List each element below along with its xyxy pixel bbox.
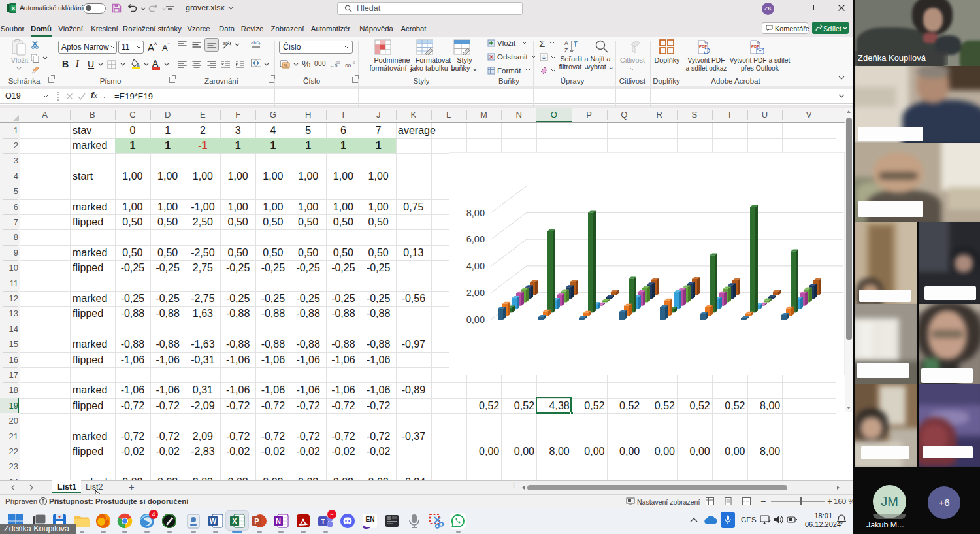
svg-text:8,00: 8,00: [466, 208, 485, 218]
svg-text:4,00: 4,00: [466, 261, 485, 271]
svg-text:A: A: [564, 40, 568, 46]
svg-text:%: %: [284, 63, 287, 68]
svg-text:W: W: [210, 517, 217, 525]
svg-text:PDF: PDF: [751, 44, 759, 48]
svg-text:.00: .00: [335, 61, 340, 65]
svg-text:N: N: [276, 517, 281, 525]
svg-text:0,00: 0,00: [466, 314, 485, 325]
svg-text:X: X: [232, 517, 237, 525]
svg-text:Z: Z: [564, 47, 568, 54]
svg-text:T: T: [321, 518, 325, 526]
svg-text:EN: EN: [366, 516, 375, 523]
svg-text:6,00: 6,00: [466, 234, 485, 244]
svg-text:PDF: PDF: [699, 44, 707, 48]
svg-text:ab: ab: [223, 41, 228, 46]
svg-text:X: X: [11, 5, 15, 12]
svg-text:2,00: 2,00: [466, 288, 485, 298]
svg-text:ab: ab: [251, 40, 256, 46]
svg-text:P: P: [254, 517, 259, 525]
